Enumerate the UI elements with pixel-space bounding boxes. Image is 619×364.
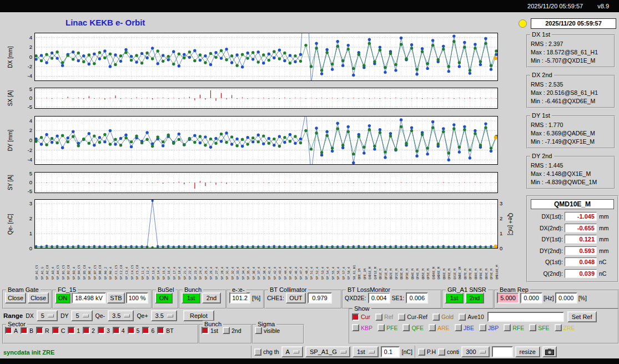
resize-button[interactable]: resize	[515, 346, 540, 357]
x-tick-label: SP_22_4	[188, 267, 192, 280]
checkbox[interactable]	[378, 324, 385, 331]
che1-out-button[interactable]: OUT	[286, 292, 306, 304]
show-check-qfe[interactable]: QFE	[402, 324, 424, 331]
x-tick-label: QF4E_M	[416, 269, 419, 280]
checkbox[interactable]	[398, 314, 405, 321]
sector-check-5[interactable]: 5	[128, 327, 140, 334]
bunch-2nd-button[interactable]: 2nd	[202, 292, 221, 304]
threshold-input[interactable]	[381, 346, 400, 357]
sector-check-4[interactable]: 4	[113, 327, 125, 334]
show-check-jbe[interactable]: JBE	[455, 324, 474, 331]
checkbox[interactable]	[352, 314, 359, 321]
checkbox[interactable]	[202, 327, 209, 334]
show-check-kbp[interactable]: KBP	[352, 324, 373, 331]
range-dy-select[interactable]: 5	[71, 310, 92, 321]
checkbox[interactable]	[459, 314, 466, 321]
show-check-are[interactable]: ARE	[429, 324, 450, 331]
ph-checkbox-item[interactable]: P.H	[418, 348, 436, 356]
sector-check-3[interactable]: 3	[98, 327, 110, 334]
checkbox[interactable]	[68, 327, 75, 334]
busel-on-button[interactable]: ON	[155, 292, 173, 304]
fc15-on-button[interactable]: ON	[55, 292, 71, 304]
checkbox[interactable]	[529, 324, 536, 331]
y-tick-label: 0	[19, 245, 32, 251]
sector-check-bt[interactable]: BT	[157, 327, 173, 334]
range-dx-select[interactable]: 5	[37, 310, 58, 321]
show-check-zre[interactable]: ZRE	[555, 324, 575, 331]
checkbox[interactable]	[157, 327, 164, 334]
checkbox[interactable]	[255, 327, 262, 334]
bpm-select[interactable]: SP_A1_G	[305, 346, 350, 357]
checkbox[interactable]	[223, 327, 230, 334]
sector-check-c[interactable]: C	[52, 327, 66, 334]
sigma-check-visible[interactable]: visible	[255, 327, 280, 334]
bunch_sel-check-2nd[interactable]: 2nd	[223, 327, 241, 334]
checkbox[interactable]	[142, 327, 149, 334]
bunch-1st-button[interactable]: 1st	[182, 292, 200, 304]
y-tick-label: 2	[19, 215, 32, 221]
bunch-th-select[interactable]: 1st	[353, 346, 379, 357]
checkbox-label: Ave10	[467, 314, 484, 320]
range-qem-select[interactable]: 3.5	[108, 310, 134, 321]
sector-check-a[interactable]: A	[5, 327, 18, 334]
range-qep-select[interactable]: 3.5	[151, 310, 177, 321]
chg-th-checkbox-item[interactable]: chg th	[254, 348, 279, 356]
checkbox[interactable]	[402, 324, 410, 331]
y-tick-label: -4	[19, 156, 32, 163]
checkbox[interactable]	[429, 324, 436, 331]
show-check-curref[interactable]: Cur-Ref	[398, 314, 427, 321]
conti-checkbox-item[interactable]: conti	[438, 348, 459, 356]
checkbox[interactable]	[375, 314, 383, 321]
show-check-cur[interactable]: Cur	[352, 314, 370, 321]
show-check-ref[interactable]: Ref	[375, 314, 393, 321]
checkbox[interactable]	[418, 348, 425, 356]
checkbox[interactable]	[438, 348, 445, 356]
gr-a1-1st-button[interactable]: 1st	[445, 292, 464, 304]
sector-check-r[interactable]: R	[36, 327, 49, 334]
show-check-jbp[interactable]: JBP	[479, 324, 499, 331]
checkbox[interactable]	[5, 327, 12, 334]
sector-a-select[interactable]: A	[281, 346, 303, 357]
checkbox[interactable]	[479, 324, 486, 331]
blank-input[interactable]	[492, 346, 513, 357]
checkbox[interactable]	[113, 327, 120, 334]
checkbox[interactable]	[98, 327, 105, 334]
checkbox[interactable]	[504, 324, 511, 331]
show-check-gold[interactable]: Gold	[432, 314, 454, 321]
checkbox[interactable]	[432, 314, 440, 321]
interval-select[interactable]: 300	[461, 346, 489, 357]
show-check-rfe[interactable]: RFE	[504, 324, 524, 331]
beam-gate-close-button-1[interactable]: Close	[5, 292, 26, 304]
x-tick-label: SP_A1_G	[41, 267, 44, 280]
checkbox[interactable]	[555, 324, 562, 331]
gr-a1-2nd-button[interactable]: 2nd	[465, 292, 484, 304]
checkbox[interactable]	[254, 348, 261, 356]
snapshot-button[interactable]	[542, 346, 557, 357]
checkbox[interactable]	[36, 327, 43, 334]
qmd-row: DY(1st):0.121mm	[527, 234, 617, 245]
checkbox[interactable]	[455, 324, 462, 331]
checkbox[interactable]	[21, 327, 28, 334]
beam-gate-close-button-2[interactable]: Close	[28, 292, 49, 304]
replot-button[interactable]: Replot	[183, 310, 214, 321]
che1-value: 0.979	[308, 292, 332, 304]
beam-rep-pct-unit: [%]	[578, 295, 587, 301]
separator	[415, 346, 416, 358]
checkbox[interactable]	[128, 327, 135, 334]
checkbox[interactable]	[52, 327, 59, 334]
checkbox[interactable]	[352, 324, 359, 331]
fc15-stb-button[interactable]: STB	[107, 292, 125, 304]
checkbox-label: Cur-Ref	[407, 314, 427, 320]
sector-check-1[interactable]: 1	[68, 327, 80, 334]
show-check-pfe[interactable]: PFE	[378, 324, 397, 331]
show-check-ave10[interactable]: Ave10	[459, 314, 484, 321]
sector-check-2[interactable]: 2	[83, 327, 95, 334]
sector-check-6[interactable]: 6	[142, 327, 154, 334]
set-ref-button[interactable]: Set Ref	[567, 311, 597, 322]
sector-check-b[interactable]: B	[21, 327, 33, 334]
y-tick-label: -4	[19, 73, 32, 79]
bunch_sel-check-1st[interactable]: 1st	[202, 327, 218, 334]
checkbox[interactable]	[83, 327, 90, 334]
show-check-sfe[interactable]: SFE	[529, 324, 549, 331]
ref-file-input[interactable]	[487, 312, 564, 322]
